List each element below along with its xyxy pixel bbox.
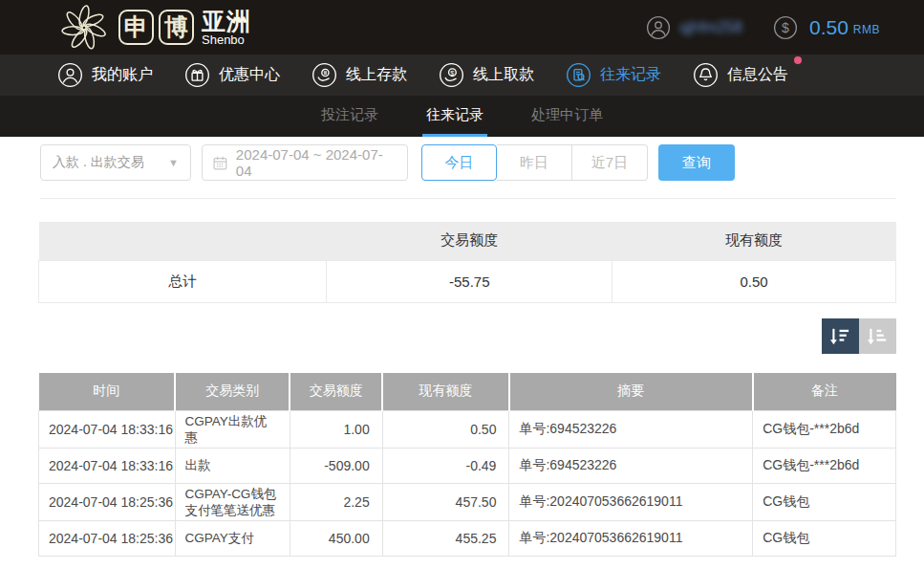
account-icon — [57, 62, 83, 88]
nav-label: 信息公告 — [727, 65, 788, 85]
notification-dot — [794, 56, 802, 64]
range-button-today[interactable]: 今日 — [421, 144, 497, 181]
cell-balance: -0.49 — [382, 448, 509, 483]
summary-header-balance: 现有额度 — [612, 222, 896, 260]
summary-trade-amount: -55.75 — [327, 260, 612, 302]
logo-region: 亚洲 — [202, 9, 251, 33]
transactions-table: 时间 交易类别 交易额度 现有额度 摘要 备注 2024-07-04 18:33… — [38, 373, 896, 557]
username-blurred[interactable]: qjhfm258 — [679, 19, 742, 36]
table-row: 2024-07-04 18:33:16 CGPAY出款优惠 1.00 0.50 … — [39, 410, 896, 448]
cell-remark: CG钱包-***2b6d — [753, 410, 896, 448]
cell-trade-amount: 450.00 — [290, 520, 382, 556]
section-divider — [40, 198, 896, 199]
date-range-input[interactable]: 2024-07-04 ~ 2024-07-04 — [202, 144, 408, 181]
cell-time: 2024-07-04 18:33:16 — [39, 410, 176, 448]
tab-bet-records[interactable]: 投注记录 — [317, 96, 382, 137]
cell-type: CGPAY-CG钱包支付笔笔送优惠 — [175, 483, 290, 520]
deposit-icon — [312, 62, 337, 88]
summary-balance: 0.50 — [612, 260, 896, 302]
brand-logo[interactable]: 申 博 亚洲 Shenbo — [57, 1, 251, 55]
table-row: 2024-07-04 18:25:36 CGPAY支付 450.00 455.2… — [39, 520, 896, 556]
nav-item-deposit[interactable]: 线上存款 — [312, 62, 407, 88]
summary-table: 交易额度 现有额度 总计 -55.75 0.50 — [38, 222, 896, 303]
summary-header-trade-amount: 交易额度 — [327, 222, 612, 260]
col-header-time: 时间 — [39, 373, 176, 410]
col-header-summary: 摘要 — [509, 373, 753, 410]
flower-logo-icon — [57, 1, 111, 55]
topbar: 申 博 亚洲 Shenbo qjhfm258 $ 0.50 — [0, 0, 924, 55]
cell-type: CGPAY支付 — [175, 520, 290, 556]
cell-summary: 单号:202407053662619011 — [509, 483, 753, 520]
col-header-remark: 备注 — [753, 373, 896, 410]
page: 申 博 亚洲 Shenbo qjhfm258 $ 0.50 — [0, 0, 924, 569]
col-header-balance: 现有额度 — [382, 373, 509, 410]
record-tabbar: 投注记录 往来记录 处理中订单 — [0, 96, 924, 137]
summary-total-row: 总计 -55.75 0.50 — [39, 260, 896, 302]
cell-balance: 457.50 — [382, 483, 509, 520]
balance-currency: RMB — [853, 23, 880, 36]
cell-remark: CG钱包 — [753, 520, 896, 556]
table-row: 2024-07-04 18:33:16 出款 -509.00 -0.49 单号:… — [39, 448, 896, 483]
tab-transaction-records[interactable]: 往来记录 — [422, 96, 487, 137]
summary-header-empty — [39, 222, 327, 260]
nav-item-my-account[interactable]: 我的账户 — [57, 62, 153, 88]
quick-range-group: 今日 昨日 近7日 — [421, 144, 648, 181]
transaction-type-select[interactable]: 入款 . 出款交易 ▼ — [40, 144, 191, 181]
nav-label: 线上存款 — [346, 65, 407, 85]
nav-label: 优惠中心 — [219, 65, 280, 85]
logo-subtitle: Shenbo — [202, 33, 251, 47]
main-navbar: 我的账户 优惠中心 线上存款 $ — [0, 55, 924, 96]
range-button-last7days[interactable]: 近7日 — [572, 144, 648, 181]
cell-type: 出款 — [175, 448, 290, 483]
nav-item-announcements[interactable]: 信息公告 — [693, 62, 788, 88]
nav-label: 我的账户 — [92, 65, 153, 85]
calendar-icon — [212, 155, 228, 171]
sort-buttons — [822, 318, 896, 354]
date-range-value: 2024-07-04 ~ 2024-07-04 — [236, 146, 398, 179]
sort-descending-button[interactable] — [822, 318, 859, 354]
summary-header-row: 交易额度 现有额度 — [39, 222, 896, 260]
cell-summary: 单号:694523226 — [509, 410, 753, 448]
nav-item-withdraw[interactable]: $ 线上取款 — [439, 62, 534, 88]
dollar-balance-icon: $ — [773, 15, 798, 40]
logo-char-bo: 博 — [159, 10, 194, 45]
transaction-type-value: 入款 . 出款交易 — [53, 154, 144, 171]
svg-text:$: $ — [450, 69, 454, 77]
cell-balance: 0.50 — [382, 410, 509, 448]
logo-char-shen: 申 — [118, 10, 154, 45]
nav-label: 线上取款 — [473, 65, 534, 85]
user-avatar-icon — [646, 15, 671, 40]
cell-trade-amount: 2.25 — [290, 483, 382, 520]
logo-text: 亚洲 Shenbo — [202, 9, 251, 47]
announcement-icon — [693, 62, 719, 88]
sort-desc-icon — [829, 325, 851, 347]
cell-remark: CG钱包-***2b6d — [753, 448, 896, 483]
nav-item-promotions[interactable]: 优惠中心 — [184, 62, 280, 88]
cell-time: 2024-07-04 18:25:36 — [39, 520, 176, 556]
chevron-down-icon: ▼ — [168, 157, 179, 168]
nav-item-transaction-records[interactable]: 往来记录 — [566, 62, 661, 88]
summary-total-label: 总计 — [39, 260, 327, 302]
svg-text:$: $ — [782, 19, 789, 34]
sort-ascending-button[interactable] — [859, 318, 896, 354]
cell-remark: CG钱包 — [753, 483, 896, 520]
cell-trade-amount: 1.00 — [290, 410, 382, 448]
tab-pending-orders[interactable]: 处理中订单 — [527, 96, 607, 137]
col-header-trade-amount: 交易额度 — [290, 373, 382, 410]
balance-amount: 0.50 — [809, 16, 849, 39]
table-header-row: 时间 交易类别 交易额度 现有额度 摘要 备注 — [39, 373, 896, 410]
cell-time: 2024-07-04 18:33:16 — [39, 448, 176, 483]
col-header-type: 交易类别 — [175, 373, 290, 410]
topbar-account-area: qjhfm258 $ 0.50 RMB — [646, 15, 880, 40]
cell-trade-amount: -509.00 — [290, 448, 382, 483]
cell-balance: 455.25 — [382, 520, 509, 556]
search-button[interactable]: 查询 — [658, 144, 735, 181]
promo-icon — [184, 62, 210, 88]
range-button-yesterday[interactable]: 昨日 — [497, 144, 572, 181]
filter-row: 入款 . 出款交易 ▼ 2024-07-04 ~ 2024-07-04 今日 昨… — [40, 144, 735, 181]
nav-label: 往来记录 — [600, 65, 661, 85]
content-area: 入款 . 出款交易 ▼ 2024-07-04 ~ 2024-07-04 今日 昨… — [0, 137, 924, 569]
table-row: 2024-07-04 18:25:36 CGPAY-CG钱包支付笔笔送优惠 2.… — [39, 483, 896, 520]
cell-summary: 单号:202407053662619011 — [509, 520, 753, 556]
sort-asc-icon — [867, 325, 889, 347]
